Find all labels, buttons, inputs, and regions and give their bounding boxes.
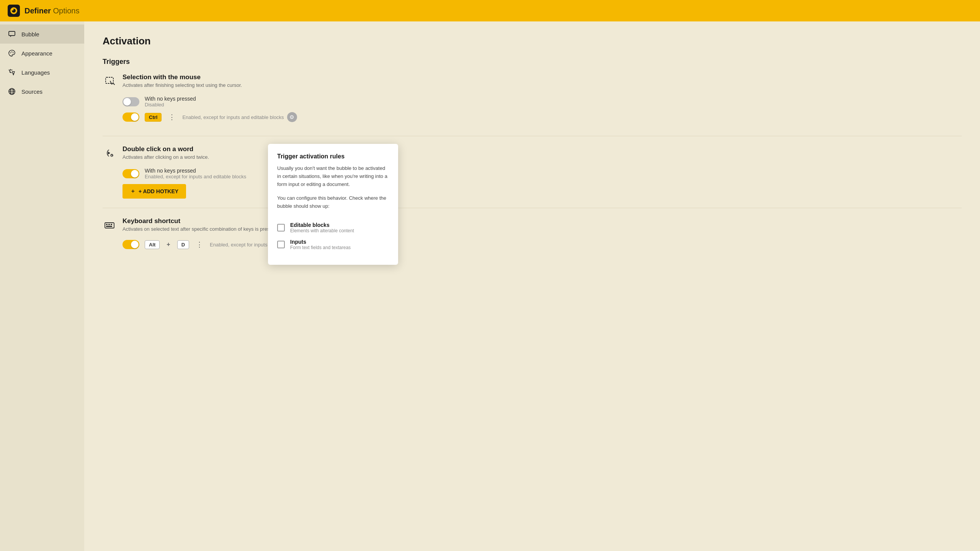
mouse-ctrl-more-btn[interactable]: ⋮ (167, 113, 177, 121)
toggle-double-click-label: With no keys pressed (145, 168, 246, 174)
svg-point-4 (10, 52, 11, 53)
sidebar: Bubble Appearance Languages (0, 21, 84, 551)
trigger-mouse-desc: Activates after finishing selecting text… (122, 82, 242, 88)
popup-body-2: You can configure this behavior. Check w… (277, 194, 389, 210)
bubble-icon (8, 30, 16, 38)
toggle-mouse-nokey-sublabel: Disabled (145, 102, 196, 108)
svg-rect-3 (9, 31, 15, 36)
gear-button-mouse[interactable]: ⚙ (287, 112, 297, 122)
sources-icon (8, 87, 16, 96)
trigger-mouse-row-2: Ctrl ⋮ Enabled, except for inputs and ed… (103, 112, 962, 122)
sidebar-item-languages[interactable]: Languages (0, 63, 84, 82)
plus-separator: + (165, 241, 172, 248)
sidebar-item-appearance-label: Appearance (21, 50, 52, 57)
popup-check-inputs: Inputs Form text fields and textareas (277, 239, 389, 250)
trigger-double-click-title: Double click on a word (122, 145, 209, 153)
trigger-double-click-desc: Activates after clicking on a word twice… (122, 154, 209, 160)
toggle-knob (123, 98, 131, 106)
trigger-activation-rules-popup: Trigger activation rules Usually you don… (268, 144, 398, 265)
popup-title: Trigger activation rules (277, 153, 389, 160)
header: Definer Options (0, 0, 980, 21)
trigger-double-click-row-1: With no keys pressed Enabled, except for… (103, 168, 962, 179)
sidebar-item-appearance[interactable]: Appearance (0, 44, 84, 63)
toggle-mouse-ctrl-labels: Enabled, except for inputs and editable … (182, 112, 962, 122)
trigger-mouse-selection: Selection with the mouse Activates after… (103, 73, 962, 136)
sidebar-item-sources-label: Sources (21, 88, 42, 95)
trigger-double-click: Double click on a word Activates after c… (103, 136, 962, 208)
editable-blocks-labels: Editable blocks Elements with alterable … (290, 222, 354, 233)
sidebar-item-languages-label: Languages (21, 69, 50, 76)
toggle-mouse-nokey-label: With no keys pressed (145, 96, 196, 102)
toggle-double-click-labels: With no keys pressed Enabled, except for… (145, 168, 246, 179)
alt-key-badge: Alt (145, 240, 160, 249)
toggle-double-click-sublabel: Enabled, except for inputs and editable … (145, 174, 246, 179)
svg-rect-14 (105, 223, 114, 228)
mouse-selection-icon (103, 74, 116, 88)
trigger-keyboard-desc: Activates on selected text after specifi… (122, 226, 279, 232)
plus-icon: ＋ (130, 188, 136, 195)
inputs-labels: Inputs Form text fields and textareas (290, 239, 351, 250)
toggle-keyboard[interactable] (122, 240, 139, 249)
app-logo (8, 5, 20, 17)
trigger-keyboard-header: Keyboard shortcut Activates on selected … (103, 217, 962, 232)
toggle-mouse-ctrl[interactable] (122, 112, 139, 122)
appearance-icon (8, 49, 16, 57)
trigger-mouse-title: Selection with the mouse (122, 73, 242, 81)
toggle-mouse-nokey[interactable] (122, 97, 139, 106)
editable-blocks-sublabel: Elements with alterable content (290, 228, 354, 233)
trigger-keyboard-title: Keyboard shortcut (122, 217, 279, 225)
toggle-knob-2 (131, 113, 139, 121)
d-key-badge: D (177, 240, 189, 249)
inputs-label: Inputs (290, 239, 351, 245)
trigger-mouse-header: Selection with the mouse Activates after… (103, 73, 962, 88)
editable-blocks-label: Editable blocks (290, 222, 354, 228)
main-content: Activation Triggers Selection with the m… (84, 21, 980, 551)
svg-point-5 (11, 51, 12, 52)
svg-rect-16 (108, 224, 110, 225)
toggle-mouse-ctrl-sublabel: Enabled, except for inputs and editable … (182, 114, 284, 120)
svg-rect-15 (106, 224, 108, 225)
trigger-keyboard-row-1: Alt + D ⋮ Enabled, except for inputs and… (103, 240, 962, 249)
toggle-double-click-nokey[interactable] (122, 169, 139, 178)
editable-blocks-checkbox[interactable] (277, 224, 285, 231)
languages-icon (8, 68, 16, 77)
triggers-section-title: Triggers (103, 58, 962, 66)
toggle-knob-4 (131, 241, 139, 248)
page-title: Activation (103, 35, 962, 47)
enabled-row: Enabled, except for inputs and editable … (182, 112, 962, 122)
popup-body-1: Usually you don't want the bubble to be … (277, 165, 389, 188)
trigger-double-click-header: Double click on a word Activates after c… (103, 145, 962, 160)
sidebar-item-bubble[interactable]: Bubble (0, 24, 84, 44)
svg-point-6 (13, 52, 13, 53)
svg-point-2 (12, 9, 14, 11)
trigger-keyboard-shortcut: Keyboard shortcut Activates on selected … (103, 208, 962, 263)
svg-rect-18 (106, 226, 112, 227)
toggle-knob-3 (131, 170, 139, 178)
sidebar-item-bubble-label: Bubble (21, 31, 39, 37)
add-hotkey-label: + ADD HOTKEY (139, 188, 178, 194)
trigger-double-click-text: Double click on a word Activates after c… (122, 145, 209, 160)
app-layout: Bubble Appearance Languages (0, 21, 980, 551)
trigger-keyboard-text: Keyboard shortcut Activates on selected … (122, 217, 279, 232)
trigger-mouse-row-1: With no keys pressed Disabled (103, 96, 962, 108)
sidebar-item-sources[interactable]: Sources (0, 82, 84, 101)
inputs-sublabel: Form text fields and textareas (290, 245, 351, 250)
ctrl-key-badge: Ctrl (145, 113, 162, 122)
toggle-mouse-nokey-labels: With no keys pressed Disabled (145, 96, 196, 108)
inputs-checkbox[interactable] (277, 241, 285, 248)
trigger-mouse-text: Selection with the mouse Activates after… (122, 73, 242, 88)
add-hotkey-button[interactable]: ＋ + ADD HOTKEY (122, 184, 186, 199)
keyboard-more-btn[interactable]: ⋮ (194, 240, 204, 249)
app-title: Definer Options (24, 7, 79, 15)
svg-rect-12 (106, 77, 113, 83)
popup-check-editable-blocks: Editable blocks Elements with alterable … (277, 222, 389, 233)
double-click-icon (103, 146, 116, 160)
keyboard-icon (103, 218, 116, 232)
svg-rect-17 (111, 224, 112, 225)
